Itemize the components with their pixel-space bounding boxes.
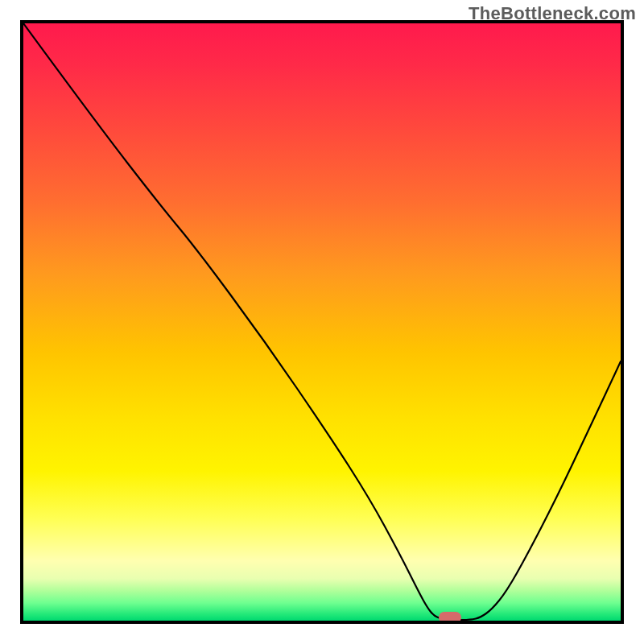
optimum-marker [439,612,461,623]
bottleneck-curve [23,23,621,621]
chart-frame: TheBottleneck.com [0,0,644,644]
plot-area [20,20,624,624]
